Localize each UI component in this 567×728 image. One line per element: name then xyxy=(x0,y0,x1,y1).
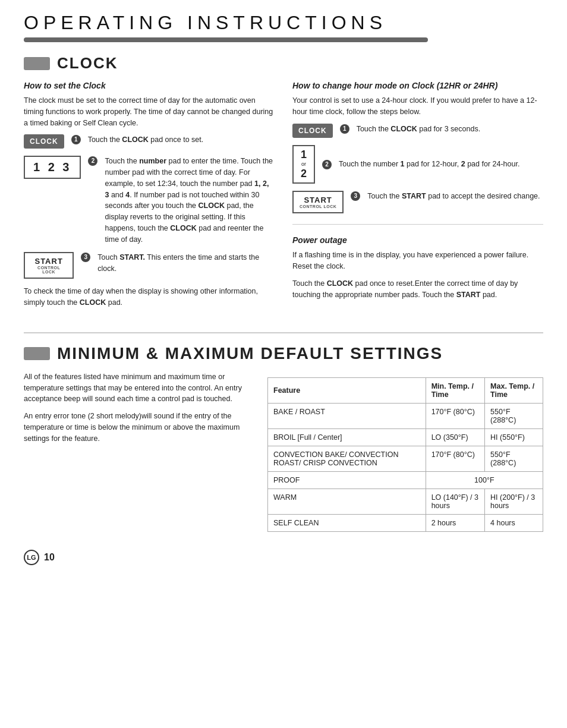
proof-value: 100°F xyxy=(426,471,543,489)
step1-text: Touch the CLOCK pad once to set. xyxy=(88,134,204,146)
change-step3-text: Touch the START pad to accept the desire… xyxy=(367,191,540,202)
max-bake-roast: 550°F (288°C) xyxy=(485,403,543,428)
power-outage-para1: If a flashing time is in the display, yo… xyxy=(292,250,543,272)
max-convection: 550°F (288°C) xyxy=(485,446,543,471)
change-step2-text: Touch the number 1 pad for 12-hour, 2 pa… xyxy=(339,159,519,170)
table-row: BROIL [Full / Center] LO (350°F) HI (550… xyxy=(268,428,543,446)
table-header-min: Min. Temp. / Time xyxy=(426,377,484,403)
settings-table: Feature Min. Temp. / Time Max. Temp. / T… xyxy=(267,377,543,532)
power-outage-para2: Touch the CLOCK pad once to reset.Enter … xyxy=(292,278,543,301)
circle-num-c2: 2 xyxy=(322,160,332,169)
minmax-section-title: MINIMUM & MAXIMUM DEFAULT SETTINGS xyxy=(57,344,443,363)
table-header-feature: Feature xyxy=(268,377,426,403)
change-step1-text: Touch the CLOCK pad for 3 seconds. xyxy=(357,124,480,135)
minmax-table-column: Feature Min. Temp. / Time Max. Temp. / T… xyxy=(267,371,543,532)
clock-button-change-step1[interactable]: CLOCK xyxy=(292,124,333,138)
feature-self-clean: SELF CLEAN xyxy=(268,514,426,531)
max-warm: HI (200°F) / 3 hours xyxy=(485,489,543,514)
page-number: 10 xyxy=(44,552,55,563)
minmax-intro1: All of the features listed have minimum … xyxy=(24,371,250,405)
min-warm: LO (140°F) / 3 hours xyxy=(426,489,484,514)
feature-broil: BROIL [Full / Center] xyxy=(268,428,426,446)
feature-proof: PROOF xyxy=(268,471,426,489)
how-to-change-intro: Your control is set to use a 24-hour clo… xyxy=(292,95,543,118)
table-row: CONVECTION BAKE/ CONVECTION ROAST/ CRISP… xyxy=(268,446,543,471)
clock-section-title: CLOCK xyxy=(57,54,118,73)
minmax-intro2: An entry error tone (2 short melody)will… xyxy=(24,411,250,444)
step3-text: Touch START. This enters the time and st… xyxy=(97,252,275,275)
feature-bake-roast: BAKE / ROAST xyxy=(268,403,426,428)
start-button-change-step3[interactable]: START CONTROL LOCK xyxy=(292,191,344,213)
how-to-set-heading: How to set the Clock xyxy=(24,81,275,90)
min-convection: 170°F (80°C) xyxy=(426,446,484,471)
how-to-set-intro: The clock must be set to the correct tim… xyxy=(24,95,275,128)
table-row: SELF CLEAN 2 hours 4 hours xyxy=(268,514,543,531)
circle-num-c1: 1 xyxy=(340,124,349,134)
max-broil: HI (550°F) xyxy=(485,428,543,446)
minmax-section-bar xyxy=(24,347,50,360)
clock-section-bar xyxy=(24,57,50,70)
title-underbar xyxy=(24,37,428,42)
table-row: PROOF 100°F xyxy=(268,471,543,489)
max-self-clean: 4 hours xyxy=(485,514,543,531)
circle-num-3: 3 xyxy=(81,253,90,262)
table-header-max: Max. Temp. / Time xyxy=(485,377,543,403)
step2-text: Touch the number pad to enter the time. … xyxy=(105,156,275,245)
page-title: OPERATING INSTRUCTIONS xyxy=(24,12,543,34)
circle-num-2: 2 xyxy=(88,156,97,166)
start-button-step3[interactable]: START CONTROL LOCK xyxy=(24,252,74,279)
feature-convection: CONVECTION BAKE/ CONVECTION ROAST/ CRISP… xyxy=(268,446,426,471)
min-bake-roast: 170°F (80°C) xyxy=(426,403,484,428)
min-self-clean: 2 hours xyxy=(426,514,484,531)
minmax-intro-column: All of the features listed have minimum … xyxy=(24,371,250,532)
circle-num-1: 1 xyxy=(71,135,81,144)
min-broil: LO (350°F) xyxy=(426,428,484,446)
clock-button-step1[interactable]: CLOCK xyxy=(24,134,64,149)
table-row: BAKE / ROAST 170°F (80°C) 550°F (288°C) xyxy=(268,403,543,428)
how-to-set-column: How to set the Clock The clock must be s… xyxy=(24,81,275,314)
how-to-change-column: How to change hour mode on Clock (12HR o… xyxy=(292,81,543,314)
how-to-change-heading: How to change hour mode on Clock (12HR o… xyxy=(292,81,543,90)
table-row: WARM LO (140°F) / 3 hours HI (200°F) / 3… xyxy=(268,489,543,514)
numpad-display: 1 2 3 xyxy=(24,156,81,179)
lg-logo: LG xyxy=(24,550,39,565)
feature-warm: WARM xyxy=(268,489,426,514)
how-to-set-footer: To check the time of day when the displa… xyxy=(24,286,275,308)
circle-num-c3: 3 xyxy=(351,191,360,201)
or-12-display: 1 or 2 xyxy=(292,145,315,184)
power-outage-heading: Power outage xyxy=(292,235,543,245)
